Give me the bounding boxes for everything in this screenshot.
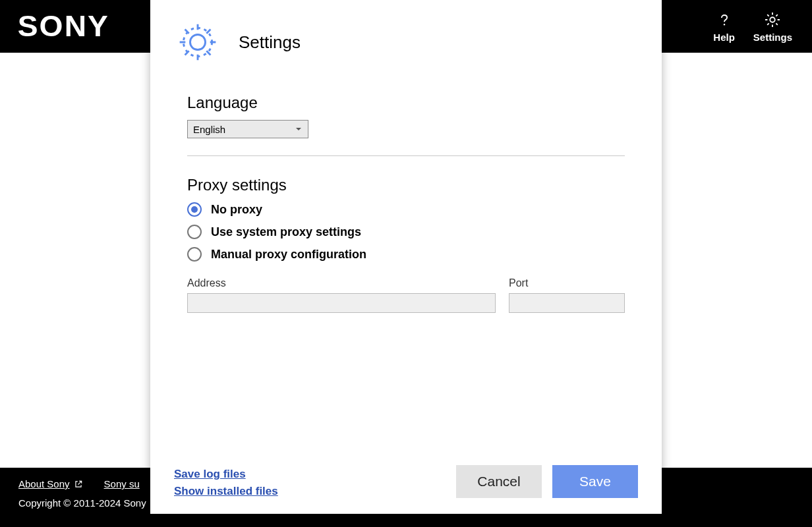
help-icon — [715, 11, 734, 29]
settings-label: Settings — [753, 32, 792, 43]
radio-label: Manual proxy configuration — [211, 248, 366, 262]
radio-icon — [187, 247, 202, 262]
language-heading: Language — [187, 94, 625, 112]
save-logs-link[interactable]: Save log files — [174, 468, 278, 481]
proxy-section: Proxy settings No proxy Use system proxy… — [174, 176, 638, 313]
address-field: Address — [187, 277, 496, 313]
proxy-inputs: Address Port — [187, 277, 625, 313]
svg-point-2 — [190, 34, 205, 49]
proxy-option-manual[interactable]: Manual proxy configuration — [187, 247, 625, 262]
settings-button[interactable]: Settings — [753, 11, 792, 43]
show-files-link[interactable]: Show installed files — [174, 485, 278, 498]
footer-about-link[interactable]: About Sony — [18, 478, 83, 489]
svg-point-0 — [723, 24, 724, 25]
svg-point-1 — [770, 17, 775, 22]
footer-about-label: About Sony — [18, 478, 70, 489]
proxy-option-none[interactable]: No proxy — [187, 202, 625, 217]
help-label: Help — [713, 32, 735, 43]
modal-footer-links: Save log files Show installed files — [174, 468, 278, 498]
settings-modal: Settings Language English Proxy settings… — [150, 0, 662, 514]
section-divider — [187, 155, 625, 156]
proxy-heading: Proxy settings — [187, 176, 625, 194]
port-input[interactable] — [509, 293, 625, 313]
gear-icon — [174, 18, 221, 66]
modal-footer-buttons: Cancel Save — [456, 465, 638, 498]
language-section: Language English — [174, 94, 638, 138]
topbar-actions: Help Settings — [713, 11, 792, 43]
address-input[interactable] — [187, 293, 496, 313]
modal-header: Settings — [174, 18, 638, 66]
gear-icon — [763, 11, 782, 29]
footer-support-link[interactable]: Sony su — [104, 478, 140, 489]
modal-title: Settings — [239, 32, 301, 53]
proxy-option-system[interactable]: Use system proxy settings — [187, 225, 625, 239]
save-button[interactable]: Save — [552, 465, 638, 498]
language-select[interactable]: English — [187, 120, 308, 138]
radio-label: Use system proxy settings — [211, 225, 361, 239]
port-field: Port — [509, 277, 625, 313]
modal-footer: Save log files Show installed files Canc… — [174, 452, 638, 498]
radio-icon — [187, 225, 202, 239]
radio-icon — [187, 202, 202, 217]
cancel-button[interactable]: Cancel — [456, 465, 542, 498]
radio-label: No proxy — [211, 203, 262, 217]
help-button[interactable]: Help — [713, 11, 735, 43]
address-label: Address — [187, 277, 496, 289]
port-label: Port — [509, 277, 625, 289]
footer-support-label: Sony su — [104, 478, 140, 489]
brand-logo: SONY — [18, 10, 109, 43]
external-link-icon — [74, 480, 83, 489]
